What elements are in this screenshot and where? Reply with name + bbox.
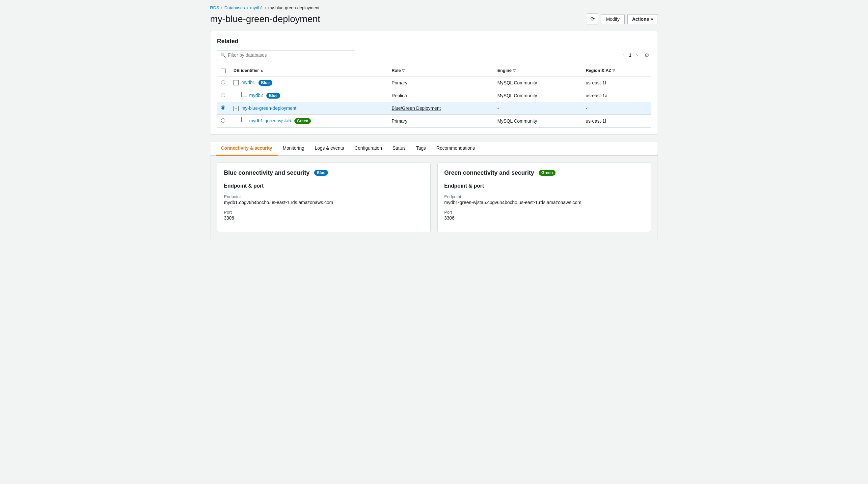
modify-button[interactable]: Modify (601, 14, 624, 24)
db-link-mydb2[interactable]: mydb2 (249, 93, 263, 98)
tab-logs-events[interactable]: Logs & events (310, 141, 349, 155)
tab-recommendations[interactable]: Recommendations (431, 141, 480, 155)
table-row: mydb2 Blue Replica MySQL Community us-ea… (217, 89, 651, 102)
row-engine-cell: MySQL Community (493, 76, 582, 89)
filter-input-wrapper: 🔍 (217, 50, 355, 60)
breadcrumb-mydb1[interactable]: mydb1 (250, 5, 263, 10)
db-link-mydb1green[interactable]: mydb1-green-wjsta5 (249, 118, 291, 123)
blue-panel-title-text: Blue connectivity and security (224, 169, 310, 176)
row-select-cell[interactable] (217, 76, 229, 89)
col-engine-label: Engine (497, 68, 512, 73)
badge-green: Green (294, 118, 311, 124)
tabs-wrapper: Connectivity & security Monitoring Logs … (210, 141, 658, 156)
sort-asc-icon: ▲ (260, 68, 264, 72)
row-select-cell[interactable] (217, 89, 229, 102)
row-db-identifier-cell: − my-blue-green-deployment (229, 102, 388, 114)
select-all-header (217, 65, 229, 76)
green-endpoint-value: mydb1-green-wjsta5.cbgv6h4bocho.us-east-… (444, 200, 644, 205)
tab-tags[interactable]: Tags (411, 141, 431, 155)
row-engine-value: - (497, 106, 499, 111)
page-title: my-blue-green-deployment (210, 14, 320, 24)
tab-status[interactable]: Status (387, 141, 411, 155)
breadcrumb-rds[interactable]: RDS (210, 5, 219, 10)
refresh-button[interactable]: ⟳ (587, 13, 598, 24)
tab-connectivity-security[interactable]: Connectivity & security (216, 141, 278, 155)
expand-icon[interactable]: − (234, 80, 239, 85)
tab-monitoring[interactable]: Monitoring (278, 141, 310, 155)
row-select-cell[interactable] (217, 102, 229, 114)
actions-label: Actions (632, 17, 649, 22)
green-port-value: 3306 (444, 215, 644, 221)
blue-panel-badge: Blue (314, 170, 328, 176)
related-section: Related 🔍 ‹ 1 › ⚙ (210, 31, 658, 135)
col-db-identifier-label: DB identifier (234, 68, 259, 73)
row-region-cell: - (582, 102, 651, 114)
row-radio-bgdeployment[interactable] (221, 106, 225, 110)
row-radio-mydb1[interactable] (221, 80, 225, 84)
row-db-identifier-cell: mydb1-green-wjsta5 Green (229, 114, 388, 127)
row-region-value: us-east-1a (586, 93, 608, 98)
green-endpoint-label: Endpoint (444, 194, 644, 199)
breadcrumb: RDS › Databases › mydb1 › my-blue-green-… (210, 5, 658, 10)
tree-line-icon (241, 117, 247, 122)
col-role-label: Role (392, 68, 401, 73)
page-header: my-blue-green-deployment ⟳ Modify Action… (210, 13, 658, 24)
table-settings-button[interactable]: ⚙ (643, 51, 651, 59)
row-region-value: us-east-1f (586, 118, 606, 124)
breadcrumb-sep-2: › (247, 6, 248, 10)
breadcrumb-current: my-blue-green-deployment (268, 5, 319, 10)
row-engine-cell: MySQL Community (493, 89, 582, 102)
row-region-cell: us-east-1f (582, 76, 651, 89)
pagination-prev-button[interactable]: ‹ (621, 51, 626, 59)
sort-desc-icon-role: ▽ (402, 68, 405, 72)
actions-chevron-icon (651, 17, 653, 22)
row-engine-value: MySQL Community (497, 93, 537, 98)
row-region-cell: us-east-1a (582, 89, 651, 102)
header-actions: ⟳ Modify Actions (587, 13, 658, 24)
pagination-next-button[interactable]: › (634, 51, 640, 59)
blue-endpoint-label: Endpoint (224, 194, 424, 199)
tree-line-icon (241, 92, 247, 97)
row-role-value-underlined: Blue/Green Deployment (392, 106, 441, 111)
badge-blue: Blue (267, 93, 280, 98)
sort-desc-icon-region: ▽ (613, 68, 615, 72)
row-engine-cell: - (493, 102, 582, 114)
row-region-value: - (586, 106, 587, 111)
filter-row: 🔍 ‹ 1 › ⚙ (217, 50, 651, 60)
col-region-az-label: Region & AZ (586, 68, 612, 73)
db-link-mydb1[interactable]: mydb1 (241, 80, 255, 85)
green-panel: Green connectivity and security Green En… (437, 163, 651, 232)
row-role-cell: Blue/Green Deployment (388, 102, 493, 114)
col-header-region-az[interactable]: Region & AZ ▽ (582, 65, 651, 76)
row-engine-cell: MySQL Community (493, 114, 582, 127)
col-header-db-identifier[interactable]: DB identifier ▲ (229, 65, 388, 76)
sort-desc-icon-engine: ▽ (513, 68, 516, 72)
table-row: − mydb1 Blue Primary MySQL Community us-… (217, 76, 651, 89)
row-db-identifier-cell: − mydb1 Blue (229, 76, 388, 89)
blue-endpoint-value: mydb1.cbgv6h4bocho.us-east-1.rds.amazona… (224, 200, 424, 205)
col-header-role[interactable]: Role ▽ (388, 65, 493, 76)
breadcrumb-sep-3: › (265, 6, 267, 10)
row-region-cell: us-east-1f (582, 114, 651, 127)
blue-endpoint-port-title: Endpoint & port (224, 183, 424, 189)
db-link-bgdeployment[interactable]: my-blue-green-deployment (241, 106, 297, 111)
expand-icon[interactable]: − (234, 106, 239, 111)
row-select-cell[interactable] (217, 114, 229, 127)
databases-table: DB identifier ▲ Role ▽ Engine ▽ (217, 65, 651, 127)
tab-configuration[interactable]: Configuration (349, 141, 387, 155)
row-role-cell: Primary (388, 76, 493, 89)
breadcrumb-databases[interactable]: Databases (224, 5, 245, 10)
blue-port-label: Port (224, 210, 424, 215)
row-role-value: Primary (392, 118, 407, 124)
col-header-engine[interactable]: Engine ▽ (493, 65, 582, 76)
filter-input[interactable] (217, 50, 355, 60)
row-engine-value: MySQL Community (497, 80, 537, 85)
blue-panel-title: Blue connectivity and security Blue (224, 169, 424, 176)
row-radio-mydb2[interactable] (221, 93, 225, 97)
badge-blue: Blue (258, 80, 272, 86)
panels-row: Blue connectivity and security Blue Endp… (210, 156, 658, 239)
blue-port-value: 3306 (224, 215, 424, 221)
actions-button[interactable]: Actions (627, 14, 658, 24)
row-radio-mydb1green[interactable] (221, 118, 225, 123)
page-number: 1 (629, 52, 631, 58)
